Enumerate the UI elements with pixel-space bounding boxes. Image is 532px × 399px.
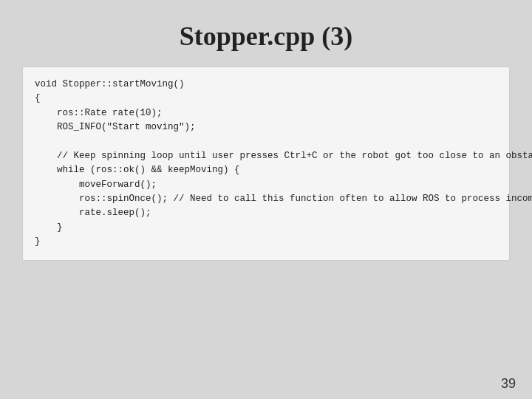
page-title: Stopper.cpp (3) xyxy=(0,0,532,66)
page-number: 39 xyxy=(501,376,516,392)
code-block: void Stopper::startMoving() { ros::Rate … xyxy=(22,66,510,261)
